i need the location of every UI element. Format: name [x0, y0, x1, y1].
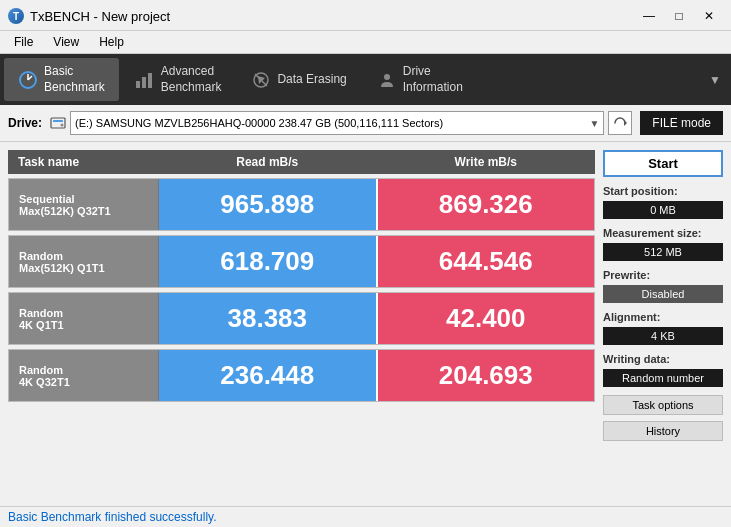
status-text: Basic Benchmark finished successfully. — [8, 510, 217, 524]
basic-benchmark-icon — [18, 70, 38, 90]
svg-marker-12 — [624, 120, 627, 126]
advanced-benchmark-label: AdvancedBenchmark — [161, 64, 222, 95]
drive-information-label: DriveInformation — [403, 64, 463, 95]
app-icon: T — [8, 8, 24, 24]
table-row: Random 4K Q32T1 236.448 204.693 — [8, 349, 595, 402]
drive-bar: Drive: (E:) SAMSUNG MZVLB256HAHQ-00000 2… — [0, 105, 731, 142]
prewrite-label: Prewrite: — [603, 269, 723, 281]
row-write-1: 644.546 — [378, 236, 595, 287]
menu-help[interactable]: Help — [91, 33, 132, 51]
tab-basic-benchmark[interactable]: BasicBenchmark — [4, 58, 119, 101]
row-label-0: Sequential Max(512K) Q32T1 — [9, 179, 159, 230]
row-label-2: Random 4K Q1T1 — [9, 293, 159, 344]
tab-data-erasing[interactable]: Data Erasing — [237, 58, 360, 101]
svg-rect-3 — [136, 81, 140, 88]
drive-icon — [50, 116, 66, 130]
row-label-1: Random Max(512K) Q1T1 — [9, 236, 159, 287]
window-title: TxBENCH - New project — [30, 9, 170, 24]
svg-rect-10 — [53, 120, 63, 122]
tab-advanced-benchmark[interactable]: AdvancedBenchmark — [121, 58, 236, 101]
drive-text: (E:) SAMSUNG MZVLB256HAHQ-00000 238.47 G… — [75, 117, 443, 129]
prewrite-value: Disabled — [603, 285, 723, 303]
row-write-0: 869.326 — [378, 179, 595, 230]
alignment-label: Alignment: — [603, 311, 723, 323]
measurement-size-label: Measurement size: — [603, 227, 723, 239]
drive-select-arrow: ▼ — [589, 118, 599, 129]
svg-point-11 — [61, 124, 64, 127]
file-mode-button[interactable]: FILE mode — [640, 111, 723, 135]
start-button[interactable]: Start — [603, 150, 723, 177]
menu-bar: File View Help — [0, 31, 731, 54]
drive-selector[interactable]: (E:) SAMSUNG MZVLB256HAHQ-00000 238.47 G… — [70, 111, 604, 135]
minimize-button[interactable]: — — [635, 6, 663, 26]
row-read-2: 38.383 — [159, 293, 378, 344]
table-row: Sequential Max(512K) Q32T1 965.898 869.3… — [8, 178, 595, 231]
toolbar-dropdown-arrow[interactable]: ▼ — [703, 58, 727, 101]
status-bar: Basic Benchmark finished successfully. — [0, 506, 731, 527]
refresh-drive-button[interactable] — [608, 111, 632, 135]
row-read-0: 965.898 — [159, 179, 378, 230]
sidebar: Start Start position: 0 MB Measurement s… — [603, 150, 723, 527]
header-write: Write mB/s — [377, 150, 596, 174]
header-read: Read mB/s — [158, 150, 377, 174]
menu-view[interactable]: View — [45, 33, 87, 51]
toolbar: BasicBenchmark AdvancedBenchmark Data Er… — [0, 54, 731, 105]
row-read-1: 618.709 — [159, 236, 378, 287]
header-task-name: Task name — [8, 150, 158, 174]
restore-button[interactable]: □ — [665, 6, 693, 26]
svg-point-8 — [384, 74, 390, 80]
benchmark-table-area: Task name Read mB/s Write mB/s Sequentia… — [8, 150, 595, 527]
table-row: Random 4K Q1T1 38.383 42.400 — [8, 292, 595, 345]
tab-drive-information[interactable]: DriveInformation — [363, 58, 477, 101]
row-label-3: Random 4K Q32T1 — [9, 350, 159, 401]
row-read-3: 236.448 — [159, 350, 378, 401]
table-header-row: Task name Read mB/s Write mB/s — [8, 150, 595, 174]
history-button[interactable]: History — [603, 421, 723, 441]
title-bar-left: T TxBENCH - New project — [8, 8, 170, 24]
start-position-value: 0 MB — [603, 201, 723, 219]
table-row: Random Max(512K) Q1T1 618.709 644.546 — [8, 235, 595, 288]
start-position-label: Start position: — [603, 185, 723, 197]
advanced-benchmark-icon — [135, 70, 155, 90]
title-bar: T TxBENCH - New project — □ ✕ — [0, 0, 731, 31]
basic-benchmark-label: BasicBenchmark — [44, 64, 105, 95]
task-options-button[interactable]: Task options — [603, 395, 723, 415]
alignment-value: 4 KB — [603, 327, 723, 345]
main-content: Task name Read mB/s Write mB/s Sequentia… — [0, 142, 731, 527]
close-button[interactable]: ✕ — [695, 6, 723, 26]
svg-rect-9 — [51, 118, 65, 128]
writing-data-label: Writing data: — [603, 353, 723, 365]
drive-label: Drive: — [8, 116, 42, 130]
writing-data-value: Random number — [603, 369, 723, 387]
row-write-3: 204.693 — [378, 350, 595, 401]
data-erasing-icon — [251, 70, 271, 90]
refresh-icon — [613, 116, 627, 130]
row-write-2: 42.400 — [378, 293, 595, 344]
drive-information-icon — [377, 70, 397, 90]
svg-rect-4 — [142, 77, 146, 88]
menu-file[interactable]: File — [6, 33, 41, 51]
window-controls: — □ ✕ — [635, 6, 723, 26]
measurement-size-value: 512 MB — [603, 243, 723, 261]
data-erasing-label: Data Erasing — [277, 72, 346, 88]
svg-rect-5 — [148, 73, 152, 88]
